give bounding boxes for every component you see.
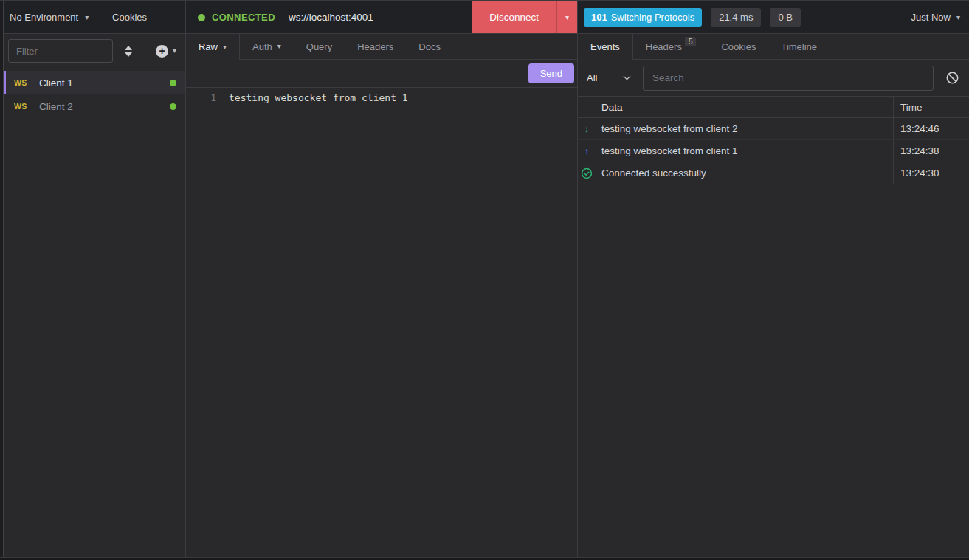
connected-dot-icon [170, 103, 176, 110]
icon-column-header [578, 97, 596, 117]
request-tabs: Raw ▾ Auth ▾ Query Headers Docs [186, 34, 577, 60]
window-bottom-edge [0, 557, 969, 560]
events-table: Data Time ↓ testing websocket from clien… [578, 96, 969, 184]
main-layout: No Environment ▾ Cookies + ▾ WS [0, 1, 969, 557]
event-data: testing websocket from client 2 [596, 118, 894, 139]
disconnect-split-button: Disconnect ▾ [472, 1, 577, 33]
tab-headers[interactable]: Headers [345, 34, 406, 59]
events-table-header: Data Time [578, 96, 969, 118]
events-filter-row: All [578, 60, 969, 96]
arrow-up-icon: ↑ [584, 145, 590, 156]
event-data: Connected successfully [596, 162, 894, 184]
check-circle-icon [581, 167, 593, 179]
request-tabs-rest: Auth ▾ Query Headers Docs [240, 34, 577, 60]
disconnect-menu-button[interactable]: ▾ [556, 1, 577, 33]
response-history-dropdown[interactable]: Just Now ▾ [911, 12, 961, 23]
tab-auth[interactable]: Auth ▾ [240, 34, 294, 59]
environment-selector[interactable]: No Environment ▾ [10, 12, 89, 23]
status-text: Switching Protocols [611, 12, 694, 23]
size-badge: 0 B [770, 8, 801, 27]
url-field[interactable]: ws://localhost:4001 [289, 12, 373, 23]
duration-badge: 21.4 ms [711, 8, 761, 27]
tab-events[interactable]: Events [578, 34, 633, 60]
sort-button[interactable] [125, 46, 132, 57]
tab-query[interactable]: Query [294, 34, 345, 59]
sidebar-item-client-2[interactable]: WS Client 2 [4, 94, 185, 118]
tab-raw-label: Raw [199, 41, 218, 52]
chevron-down-icon: ▾ [565, 14, 569, 21]
client-name: Client 2 [39, 101, 170, 112]
tab-auth-label: Auth [252, 41, 272, 52]
plus-icon: + [156, 45, 168, 58]
event-time: 13:24:30 [894, 162, 969, 184]
filter-input[interactable] [8, 39, 113, 63]
event-icon-cell: ↑ [578, 140, 596, 162]
tab-response-headers[interactable]: Headers 5 [633, 34, 709, 59]
response-topbar: 101Switching Protocols 21.4 ms 0 B Just … [578, 1, 969, 34]
sidebar-topbar: No Environment ▾ Cookies [4, 1, 185, 34]
request-panel: CONNECTED ws://localhost:4001 Disconnect… [186, 1, 578, 557]
recency-label: Just Now [911, 12, 951, 23]
request-list: WS Client 1 WS Client 2 [4, 71, 185, 118]
chevron-down-icon: ▾ [173, 47, 176, 55]
tab-response-cookies[interactable]: Cookies [708, 34, 768, 59]
connected-dot-icon [170, 80, 176, 86]
arrow-down-icon: ↓ [584, 123, 590, 134]
chevron-down-icon: ▾ [223, 44, 227, 51]
event-row-connected[interactable]: Connected successfully 13:24:30 [578, 162, 969, 184]
sidebar-item-client-1[interactable]: WS Client 1 [4, 71, 185, 94]
sidebar-toolbar: + ▾ [4, 34, 185, 68]
line-number: 1 [186, 91, 216, 105]
editor-line: 1 testing websocket from client 1 [186, 91, 577, 105]
response-panel: 101Switching Protocols 21.4 ms 0 B Just … [578, 1, 969, 557]
time-column-header: Time [894, 97, 969, 117]
response-tabs-rest: Headers 5 Cookies Timeline [633, 34, 969, 60]
send-button[interactable]: Send [528, 63, 574, 83]
connection-status: CONNECTED [212, 12, 275, 23]
ws-method-badge: WS [14, 78, 39, 87]
event-time: 13:24:38 [894, 140, 969, 162]
event-type-value: All [587, 72, 597, 83]
client-name: Client 1 [39, 77, 170, 89]
response-tabs: Events Headers 5 Cookies Timeline [578, 34, 969, 60]
add-request-button[interactable]: + ▾ [156, 45, 176, 58]
tab-headers-label: Headers [646, 41, 682, 52]
ban-icon [945, 71, 959, 85]
chevron-down-icon: ▾ [277, 43, 281, 50]
disconnect-button[interactable]: Disconnect [472, 1, 556, 33]
headers-count-badge: 5 [685, 37, 697, 46]
tab-raw[interactable]: Raw ▾ [186, 34, 240, 60]
connection-dot-icon [198, 14, 205, 21]
event-icon-cell: ↓ [578, 118, 596, 139]
data-column-header: Data [596, 97, 894, 117]
message-editor[interactable]: 1 testing websocket from client 1 [186, 88, 577, 557]
event-icon-cell [578, 162, 596, 184]
ws-method-badge: WS [14, 102, 39, 111]
clear-events-button[interactable] [945, 71, 959, 85]
sort-down-icon [125, 52, 132, 57]
environment-label: No Environment [10, 12, 78, 23]
event-row-sent[interactable]: ↑ testing websocket from client 1 13:24:… [578, 140, 969, 162]
tab-docs[interactable]: Docs [406, 34, 453, 59]
tab-timeline[interactable]: Timeline [768, 34, 830, 59]
search-input[interactable] [643, 66, 934, 91]
event-time: 13:24:46 [894, 118, 969, 139]
event-type-select[interactable]: All [587, 72, 630, 83]
sidebar: No Environment ▾ Cookies + ▾ WS [4, 1, 186, 557]
status-code: 101 [591, 12, 607, 23]
editor-code: testing websocket from client 1 [229, 91, 408, 105]
status-badge: 101Switching Protocols [584, 8, 702, 27]
chevron-down-icon: ▾ [85, 14, 89, 21]
chevron-down-icon [624, 73, 631, 80]
chevron-down-icon: ▾ [956, 14, 960, 21]
event-data: testing websocket from client 1 [596, 140, 894, 162]
app-window: No Environment ▾ Cookies + ▾ WS [0, 0, 969, 560]
event-row-received[interactable]: ↓ testing websocket from client 2 13:24:… [578, 118, 969, 140]
request-topbar: CONNECTED ws://localhost:4001 Disconnect… [186, 1, 577, 34]
send-row: Send [186, 60, 577, 88]
cookies-button[interactable]: Cookies [112, 12, 147, 23]
sort-up-icon [125, 46, 132, 50]
